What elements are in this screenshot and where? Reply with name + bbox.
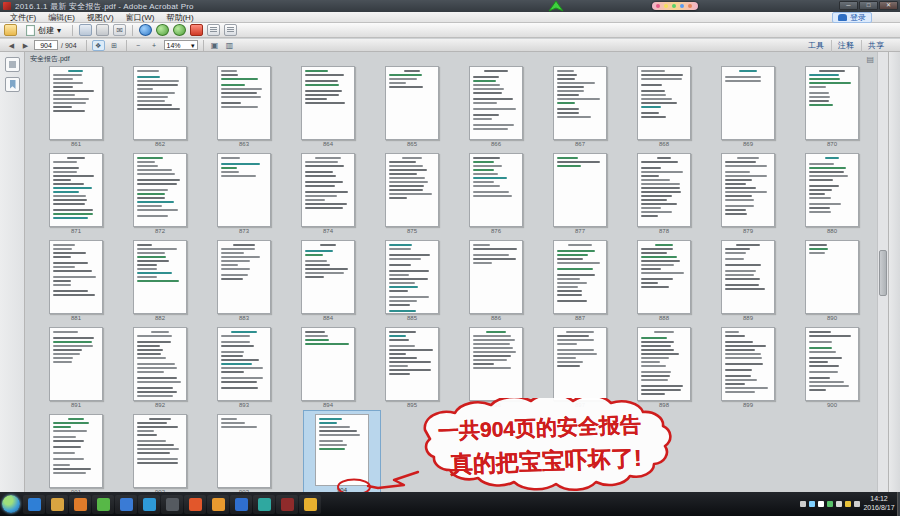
task-pane-tab-2[interactable]: 共享 (861, 40, 890, 52)
minimize-button[interactable]: ─ (839, 1, 858, 10)
page-thumbnail-864[interactable] (301, 66, 355, 140)
page-thumbnail-874[interactable] (301, 153, 355, 227)
menu-item-1[interactable]: 编辑(E) (42, 12, 81, 23)
media-app-icon[interactable] (138, 495, 160, 514)
page-thumbnail-872[interactable] (133, 153, 187, 227)
vertical-scrollbar[interactable] (877, 52, 888, 492)
page-thumbnail-879[interactable] (721, 153, 775, 227)
tray-icon-4[interactable] (836, 501, 842, 507)
tray-icon-1[interactable] (809, 501, 815, 507)
page-thumbnails-panel-icon[interactable] (5, 57, 20, 72)
tray-icon-5[interactable] (845, 501, 851, 507)
selected-page-highlight[interactable]: 904 (303, 410, 381, 492)
page-thumbnail-890[interactable] (805, 240, 859, 314)
page-thumbnail-875[interactable] (385, 153, 439, 227)
page-thumbnail-878[interactable] (637, 153, 691, 227)
page-thumbnail-902[interactable] (133, 414, 187, 488)
page-thumbnail-887[interactable] (553, 240, 607, 314)
single-page-view-icon[interactable]: ▣ (209, 40, 221, 51)
page-thumbnail-870[interactable] (805, 66, 859, 140)
page-thumbnail-894[interactable] (301, 327, 355, 401)
save-icon[interactable] (79, 24, 92, 36)
collaborate-icon[interactable] (173, 24, 186, 36)
scrolling-view-icon[interactable]: ▥ (224, 40, 236, 51)
page-thumbnail-898[interactable] (637, 327, 691, 401)
tray-icon-3[interactable] (827, 501, 833, 507)
page-thumbnail-869[interactable] (721, 66, 775, 140)
page-thumbnail-896[interactable] (469, 327, 523, 401)
scrollbar-thumb[interactable] (879, 250, 887, 296)
page-thumbnail-882[interactable] (133, 240, 187, 314)
explorer-icon[interactable] (46, 495, 68, 514)
page-thumbnail-868[interactable] (637, 66, 691, 140)
orange-app-icon[interactable] (184, 495, 206, 514)
email-icon[interactable]: ✉ (113, 24, 126, 36)
page-thumbnail-863[interactable] (217, 66, 271, 140)
page-thumbnail-861[interactable] (49, 66, 103, 140)
page-number-input[interactable]: 904 (34, 40, 58, 50)
menu-item-0[interactable]: 文件(F) (4, 12, 42, 23)
menu-item-2[interactable]: 视图(V) (81, 12, 120, 23)
taskbar-clock[interactable]: 14:12 2016/8/17 (861, 494, 897, 512)
page-thumbnail-881[interactable] (49, 240, 103, 314)
tray-icon-0[interactable] (800, 501, 806, 507)
page-thumbnail-897[interactable] (553, 327, 607, 401)
page-thumbnail-884[interactable] (301, 240, 355, 314)
chat-app-icon[interactable] (299, 495, 321, 514)
open-file-icon[interactable] (4, 24, 17, 36)
next-page-button[interactable]: ▶ (20, 40, 31, 51)
blue-circle-app-icon[interactable] (230, 495, 252, 514)
share-icon[interactable] (156, 24, 169, 36)
page-thumbnail-865[interactable] (385, 66, 439, 140)
adobe-reader-icon[interactable] (115, 495, 137, 514)
collapsed-task-pane[interactable] (888, 52, 900, 492)
page-thumbnail-889[interactable] (721, 240, 775, 314)
page-thumbnail-891[interactable] (49, 327, 103, 401)
page-thumbnail-895[interactable] (385, 327, 439, 401)
acrobat-tool-icon[interactable] (190, 24, 203, 36)
page-thumbnail-877[interactable] (553, 153, 607, 227)
page-thumbnail-885[interactable] (385, 240, 439, 314)
page-thumbnail-867[interactable] (553, 66, 607, 140)
page-thumbnail-862[interactable] (133, 66, 187, 140)
photo-app-icon[interactable] (69, 495, 91, 514)
start-button[interactable] (2, 495, 20, 513)
page-thumbnail-899[interactable] (721, 327, 775, 401)
close-button[interactable]: ✕ (879, 1, 898, 10)
page-thumbnail-883[interactable] (217, 240, 271, 314)
page-thumbnail-893[interactable] (217, 327, 271, 401)
page-thumbnail-886[interactable] (469, 240, 523, 314)
tray-icon-6[interactable] (854, 501, 860, 507)
task-pane-tab-0[interactable]: 工具 (802, 40, 830, 52)
page-thumbnail-901[interactable] (49, 414, 103, 488)
zoom-out-button[interactable]: − (132, 40, 145, 51)
page-thumbnail-880[interactable] (805, 153, 859, 227)
menu-item-4[interactable]: 帮助(H) (160, 12, 199, 23)
bookmarks-panel-icon[interactable] (5, 77, 20, 92)
darkred-app-icon[interactable] (276, 495, 298, 514)
dark-app-icon[interactable] (161, 495, 183, 514)
ie-icon[interactable] (23, 495, 45, 514)
page-thumbnail-873[interactable] (217, 153, 271, 227)
export-doc-icon[interactable] (207, 24, 220, 36)
page-thumbnail-904[interactable] (315, 414, 369, 486)
page-thumbnail-876[interactable] (469, 153, 523, 227)
menu-item-3[interactable]: 窗口(W) (120, 12, 161, 23)
maximize-button[interactable]: □ (859, 1, 878, 10)
page-thumbnail-866[interactable] (469, 66, 523, 140)
print-icon[interactable] (96, 24, 109, 36)
green-app-icon[interactable] (92, 495, 114, 514)
page-thumbnail-892[interactable] (133, 327, 187, 401)
previous-page-button[interactable]: ◀ (6, 40, 17, 51)
page-thumbnail-903[interactable] (217, 414, 271, 488)
signin-button[interactable]: 登录 (832, 12, 872, 23)
web-link-icon[interactable] (139, 24, 152, 36)
attach-doc-icon[interactable] (224, 24, 237, 36)
teal-app-icon[interactable] (253, 495, 275, 514)
hand-tool-button[interactable]: ❖ (92, 40, 105, 51)
page-thumbnail-871[interactable] (49, 153, 103, 227)
page-thumbnail-888[interactable] (637, 240, 691, 314)
page-thumbnail-900[interactable] (805, 327, 859, 401)
zoom-level-select[interactable]: 14% ▾ (164, 40, 198, 50)
tray-icon-2[interactable] (818, 501, 824, 507)
